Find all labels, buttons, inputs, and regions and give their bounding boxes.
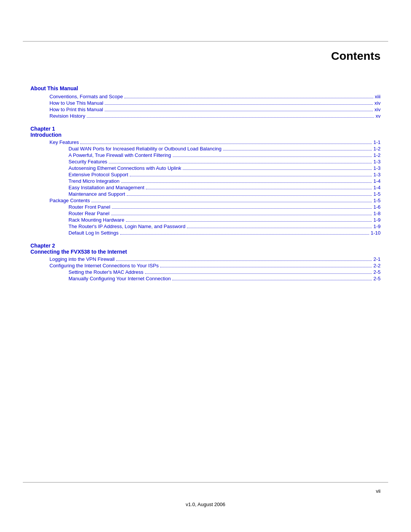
toc-entry[interactable]: Router Rear Panel 1-8 <box>30 211 381 216</box>
chapter-1-label: Chapter 1 <box>30 126 381 132</box>
toc-entry[interactable]: Extensive Protocol Support 1-3 <box>30 172 381 177</box>
toc-entry[interactable]: Maintenance and Support 1-5 <box>30 191 381 197</box>
toc-entry[interactable]: Dual WAN Ports for Increased Reliability… <box>30 146 381 152</box>
page-number: vii <box>376 488 381 494</box>
toc-entry[interactable]: Key Features 1-1 <box>30 139 381 145</box>
version-text: v1.0, August 2006 <box>0 502 411 507</box>
toc-entry[interactable]: How to Print this Manual xiv <box>30 107 381 112</box>
chapter-2-block: Chapter 2 Connecting the FVX538 to the I… <box>30 243 381 255</box>
chapter-1-title: Introduction <box>30 132 381 138</box>
title-text: Contents <box>331 50 381 62</box>
toc-entry[interactable]: The Router's IP Address, Login Name, and… <box>30 224 381 229</box>
toc-entry[interactable]: Conventions, Formats and Scope xiii <box>30 94 381 99</box>
chapter-1-block: Chapter 1 Introduction <box>30 126 381 138</box>
toc-entry[interactable]: A Powerful, True Firewall with Content F… <box>30 152 381 158</box>
toc-entry[interactable]: How to Use This Manual xiv <box>30 100 381 106</box>
chapter-2-title: Connecting the FVX538 to the Internet <box>30 249 381 255</box>
bottom-rule <box>23 482 388 482</box>
content-area: About This Manual Conventions, Formats a… <box>0 85 411 320</box>
toc-entry[interactable]: Logging into the VPN Firewall 2-1 <box>30 256 381 262</box>
toc-entry[interactable]: Trend Micro Integration 1-4 <box>30 178 381 184</box>
toc-entry[interactable]: Security Features 1-3 <box>30 159 381 165</box>
toc-entry[interactable]: Easy Installation and Management 1-4 <box>30 185 381 190</box>
about-manual-section: About This Manual <box>30 85 381 91</box>
toc-entry[interactable]: Configuring the Internet Connections to … <box>30 263 381 268</box>
page-container: Contents About This Manual Conventions, … <box>0 0 411 532</box>
about-manual-heading: About This Manual <box>30 85 381 91</box>
toc-entry[interactable]: Package Contents 1-5 <box>30 198 381 203</box>
toc-entry[interactable]: Revision History xv <box>30 113 381 119</box>
top-rule <box>23 41 388 42</box>
toc-entry[interactable]: Rack Mounting Hardware 1-9 <box>30 217 381 223</box>
toc-entry[interactable]: Default Log In Settings 1-10 <box>30 230 381 236</box>
page-title: Contents <box>0 0 411 85</box>
toc-entry[interactable]: Manually Configuring Your Internet Conne… <box>30 276 381 281</box>
toc-entry[interactable]: Router Front Panel 1-6 <box>30 204 381 210</box>
toc-entry[interactable]: Setting the Router's MAC Address 2-5 <box>30 269 381 275</box>
toc-entry[interactable]: Autosensing Ethernet Connections with Au… <box>30 165 381 171</box>
chapter-2-label: Chapter 2 <box>30 243 381 249</box>
